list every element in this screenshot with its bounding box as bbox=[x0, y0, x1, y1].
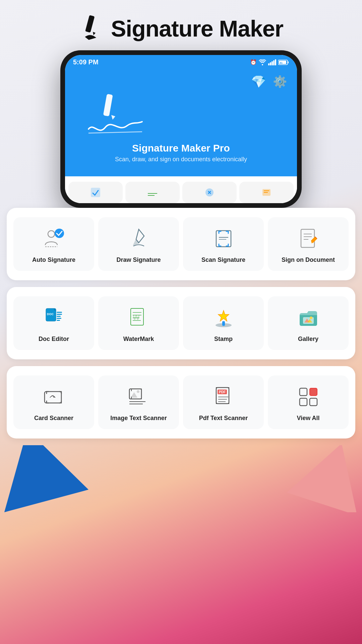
view-all-icon bbox=[295, 384, 322, 410]
svg-rect-3 bbox=[270, 62, 271, 65]
svg-rect-39 bbox=[57, 320, 60, 321]
partial-item-1 bbox=[68, 182, 123, 203]
phone-frame: 5:09 PM ⏰ bbox=[60, 50, 302, 208]
gallery-label: Gallery bbox=[298, 335, 318, 343]
svg-text:W: W bbox=[133, 313, 140, 321]
svg-point-22 bbox=[55, 229, 64, 238]
gallery-item[interactable]: Gallery bbox=[268, 296, 349, 350]
svg-point-58 bbox=[137, 390, 139, 393]
battery-icon: 81 bbox=[278, 59, 289, 65]
wifi-icon bbox=[259, 59, 266, 65]
grid-row-1: Auto Signature Draw Signature bbox=[13, 217, 349, 271]
svg-rect-27 bbox=[301, 229, 314, 247]
stamp-item[interactable]: Stamp bbox=[183, 296, 264, 350]
svg-rect-6 bbox=[275, 59, 276, 65]
svg-rect-0 bbox=[85, 15, 95, 33]
watermark-icon: W bbox=[125, 304, 152, 331]
grid-row-2: DOC Doc Editor bbox=[13, 296, 349, 350]
svg-rect-38 bbox=[57, 318, 61, 319]
svg-line-13 bbox=[88, 132, 142, 133]
status-bar: 5:09 PM ⏰ bbox=[65, 55, 297, 68]
svg-rect-54 bbox=[45, 392, 61, 403]
svg-rect-68 bbox=[310, 388, 317, 396]
coral-triangle bbox=[287, 445, 362, 512]
pdf-text-scanner-item[interactable]: PDF Pdf Text Scanner bbox=[183, 375, 264, 429]
svg-rect-71 bbox=[310, 398, 317, 406]
svg-rect-20 bbox=[264, 192, 268, 193]
scan-signature-icon bbox=[210, 225, 237, 252]
partial-item-2 bbox=[125, 182, 180, 203]
svg-rect-11 bbox=[103, 94, 113, 116]
draw-signature-icon bbox=[125, 225, 152, 252]
pen-icon bbox=[79, 13, 106, 44]
doc-editor-label: Doc Editor bbox=[39, 335, 69, 343]
app-title: Signature Maker Pro bbox=[75, 142, 287, 154]
watermark-item[interactable]: W WaterMark bbox=[98, 296, 179, 350]
partial-grid-row bbox=[65, 176, 297, 203]
card-scanner-item[interactable]: Card Scanner bbox=[13, 375, 94, 429]
app-description: Scan, draw, and sign on documents electr… bbox=[75, 156, 287, 163]
svg-rect-15 bbox=[148, 193, 157, 194]
svg-marker-1 bbox=[93, 32, 96, 35]
svg-point-55 bbox=[53, 396, 55, 398]
partial-item-3 bbox=[182, 182, 237, 203]
app-header-section: Signature Maker bbox=[0, 0, 362, 50]
image-text-scanner-label: Image Text Scanner bbox=[110, 414, 167, 422]
svg-rect-37 bbox=[57, 316, 61, 317]
grid-card-2: DOC Doc Editor bbox=[7, 287, 355, 359]
svg-rect-8 bbox=[288, 61, 289, 63]
pdf-text-scanner-icon: PDF bbox=[210, 384, 237, 410]
svg-rect-35 bbox=[57, 312, 62, 313]
auto-signature-item[interactable]: Auto Signature bbox=[13, 217, 94, 271]
card-scanner-label: Card Scanner bbox=[34, 414, 73, 422]
svg-marker-57 bbox=[131, 392, 137, 398]
svg-rect-4 bbox=[272, 61, 273, 65]
features-grid: Auto Signature Draw Signature bbox=[0, 208, 362, 438]
gallery-icon bbox=[295, 304, 322, 331]
svg-text:81: 81 bbox=[280, 62, 283, 64]
page-title: Signature Maker bbox=[111, 15, 283, 42]
pdf-text-scanner-label: Pdf Text Scanner bbox=[199, 414, 248, 422]
svg-rect-70 bbox=[300, 398, 307, 406]
svg-point-21 bbox=[48, 231, 55, 237]
grid-card-1: Auto Signature Draw Signature bbox=[7, 208, 355, 280]
gem-icon[interactable]: 💎 bbox=[251, 75, 266, 89]
stamp-label: Stamp bbox=[214, 335, 233, 343]
auto-signature-label: Auto Signature bbox=[32, 256, 75, 264]
svg-rect-19 bbox=[264, 190, 269, 191]
grid-card-3: Card Scanner bbox=[7, 366, 355, 438]
app-blue-header: 💎 ⚙️ Signature Make bbox=[65, 68, 297, 176]
svg-rect-16 bbox=[148, 195, 155, 196]
status-icons: ⏰ bbox=[250, 59, 289, 65]
view-all-label: View All bbox=[297, 414, 319, 422]
svg-marker-12 bbox=[111, 115, 115, 120]
stamp-icon bbox=[210, 304, 237, 331]
phone-screen: 5:09 PM ⏰ bbox=[65, 55, 297, 203]
sign-on-document-item[interactable]: Sign on Document bbox=[268, 217, 349, 271]
svg-text:PDF: PDF bbox=[219, 390, 226, 394]
watermark-label: WaterMark bbox=[123, 335, 154, 343]
svg-rect-14 bbox=[91, 188, 100, 197]
svg-rect-49 bbox=[222, 321, 225, 326]
doc-editor-item[interactable]: DOC Doc Editor bbox=[13, 296, 94, 350]
settings-icon[interactable]: ⚙️ bbox=[273, 75, 287, 89]
image-text-scanner-icon bbox=[125, 384, 152, 410]
sign-on-document-icon bbox=[295, 225, 322, 252]
doc-editor-icon: DOC bbox=[41, 304, 67, 331]
svg-rect-67 bbox=[300, 388, 307, 396]
signal-icon bbox=[268, 59, 276, 65]
svg-point-53 bbox=[310, 316, 312, 319]
header-action-icons: 💎 ⚙️ bbox=[75, 75, 287, 89]
image-text-scanner-item[interactable]: Image Text Scanner bbox=[98, 375, 179, 429]
svg-rect-5 bbox=[273, 60, 275, 65]
draw-signature-item[interactable]: Draw Signature bbox=[98, 217, 179, 271]
scan-signature-item[interactable]: Scan Signature bbox=[183, 217, 264, 271]
card-scanner-icon bbox=[41, 384, 67, 410]
grid-row-3: Card Scanner bbox=[13, 375, 349, 429]
status-time: 5:09 PM bbox=[73, 58, 99, 66]
scan-signature-label: Scan Signature bbox=[201, 256, 245, 264]
phone-mockup: 5:09 PM ⏰ bbox=[0, 50, 362, 208]
view-all-item[interactable]: View All bbox=[268, 375, 349, 429]
svg-marker-48 bbox=[218, 310, 229, 321]
svg-text:DOC: DOC bbox=[47, 312, 54, 316]
